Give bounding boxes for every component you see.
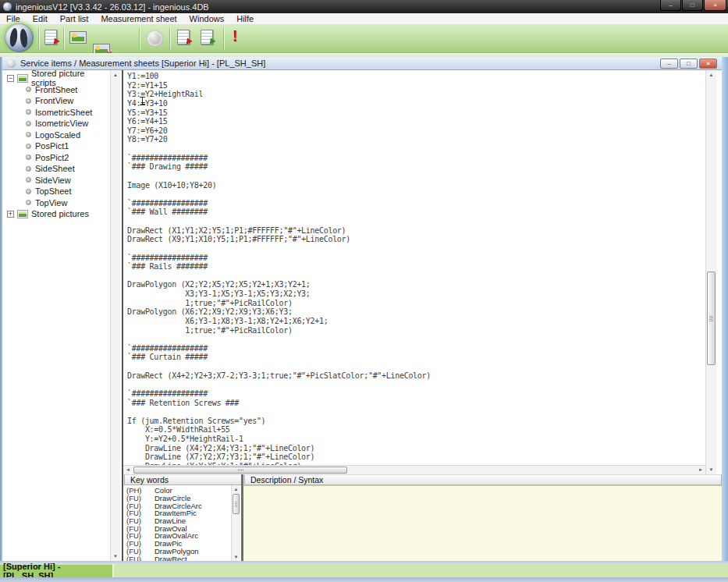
bullet-icon: [26, 87, 31, 92]
script-code[interactable]: Y1:=100 Y2:=Y1+15 Y3:=Y2+HeightRail Y4:=…: [123, 70, 705, 465]
tree-item-label: SideView: [35, 176, 71, 185]
report-import-icon[interactable]: [44, 30, 57, 44]
script-editor[interactable]: Y1:=100 Y2:=Y1+15 Y3:=Y2+HeightRail Y4:=…: [123, 70, 705, 465]
statusbar: [Superior Hi] - [PL_SH_SH]: [0, 564, 728, 577]
child-minimize-button[interactable]: –: [660, 59, 678, 69]
picture-icon[interactable]: [69, 31, 87, 44]
scroll-up-icon[interactable]: ▲: [111, 73, 120, 77]
tree-root-stored-pictures[interactable]: + Stored pictures: [2, 208, 110, 220]
minimize-button[interactable]: –: [660, 0, 681, 11]
status-text: [Superior Hi] - [PL_SH_SH]: [0, 564, 114, 577]
child-restore-button[interactable]: □: [680, 59, 698, 69]
sun-icon: [73, 34, 76, 37]
bullet-icon: [26, 189, 31, 194]
tree-item-label: SideSheet: [35, 164, 75, 173]
menu-file[interactable]: File: [0, 13, 27, 24]
scroll-right-icon[interactable]: ►: [696, 467, 705, 472]
error-icon[interactable]: !: [233, 27, 238, 45]
app-logo-button[interactable]: [5, 23, 34, 52]
tree-item-frontview[interactable]: FrontView: [2, 95, 110, 107]
editor-right-gutter: [716, 70, 722, 474]
keyword-name: DrawRect: [147, 555, 187, 561]
menu-windows[interactable]: Windows: [183, 13, 231, 24]
tree-item-label: TopSheet: [35, 186, 71, 196]
keywords-column-header[interactable]: Key words: [124, 474, 242, 485]
sheet-import-icon[interactable]: [177, 30, 190, 44]
green-arrow-icon: [207, 37, 215, 46]
expand-expander-icon[interactable]: +: [7, 211, 14, 218]
tree-item-pospict1[interactable]: PosPict1: [2, 140, 110, 152]
bullet-icon: [26, 177, 31, 183]
child-window-title: Service items / Measurement sheets [Supe…: [20, 59, 265, 68]
tree-root-label: Stored pictures: [31, 209, 89, 218]
scroll-up-icon[interactable]: ▲: [232, 487, 240, 492]
logo-blade: [9, 27, 18, 47]
editor-vertical-scrollbar[interactable]: ▲ ▼: [705, 70, 716, 474]
scrollbar-thumb[interactable]: [133, 467, 347, 474]
keyword-row[interactable]: (FU) DrawRect: [123, 555, 231, 561]
toolbar-separator: [39, 27, 40, 49]
tree-item-label: IsometricView: [35, 119, 88, 128]
keywords-scrollbar[interactable]: ▲ ▼: [231, 485, 240, 561]
bullet-icon: [26, 144, 31, 149]
picture-folder-icon: [17, 210, 28, 218]
scroll-up-icon[interactable]: ▲: [706, 73, 716, 77]
sphere-disabled-icon[interactable]: [147, 30, 163, 47]
menu-part-list[interactable]: Part list: [54, 13, 95, 24]
keywords-list[interactable]: (PH) Color (FU) DrawCircle (FU) DrawCirc…: [123, 485, 231, 561]
menu-edit[interactable]: Edit: [27, 13, 54, 24]
child-window-titlebar: Service items / Measurement sheets [Supe…: [2, 57, 722, 70]
window-frame-bottom: [0, 577, 728, 582]
tree-item-label: PosPict1: [35, 141, 69, 151]
scroll-down-icon[interactable]: ▼: [232, 555, 240, 559]
tree-item-topsheet[interactable]: TopSheet: [2, 186, 110, 197]
tree-item-pospict2[interactable]: PosPict2: [2, 152, 110, 164]
thumb-grip: [235, 502, 237, 507]
thumb-grip: [709, 316, 713, 321]
tree-item-logoscaled[interactable]: LogoScaled: [2, 130, 110, 141]
collapse-expander-icon[interactable]: −: [7, 75, 14, 82]
restore-button[interactable]: □: [682, 0, 703, 11]
tree-item-label: IsometricSheet: [35, 108, 92, 117]
tree-item-topview[interactable]: TopView: [2, 197, 110, 209]
bullet-icon: [26, 200, 31, 205]
tree-root-stored-picture-scripts[interactable]: − Stored picture scripts: [2, 73, 110, 84]
tree-item-isometricview[interactable]: IsometricView: [2, 118, 110, 130]
menu-hilfe[interactable]: Hilfe: [230, 13, 260, 24]
scrollbar-thumb[interactable]: [233, 494, 240, 514]
tree-item-label: TopView: [35, 198, 67, 208]
child-close-button[interactable]: ×: [699, 59, 717, 69]
bullet-icon: [26, 121, 31, 126]
toolbar-separator: [140, 27, 140, 49]
red-arrow-icon: [183, 37, 192, 46]
bullet-icon: [26, 166, 31, 172]
scrollbar-thumb[interactable]: [707, 271, 716, 365]
tree-item-sideview[interactable]: SideView: [2, 175, 110, 186]
tree-scrollbar[interactable]: ▲ ▼: [110, 70, 120, 561]
editor-horizontal-scrollbar[interactable]: ◄ ►: [123, 465, 705, 474]
description-syntax-panel: [243, 485, 722, 561]
sun-icon: [96, 46, 100, 50]
bullet-icon: [26, 154, 31, 160]
tree-item-isometricsheet[interactable]: IsometricSheet: [2, 107, 110, 119]
logo-blade: [20, 29, 28, 48]
bullet-icon: [26, 98, 31, 104]
scroll-down-icon[interactable]: ▼: [706, 467, 716, 472]
scroll-down-icon[interactable]: ▼: [111, 554, 120, 559]
window-frame-right: [722, 57, 728, 577]
bottom-panel-headers: Key words Description / Syntax: [123, 474, 722, 485]
red-arrow-icon: [51, 37, 59, 46]
text-cursor-ibeam: [140, 97, 145, 105]
tree-item-sidesheet[interactable]: SideSheet: [2, 163, 110, 175]
window-title: ingeniousV12 [V3.3.42 - 26.03.12] - inge…: [16, 2, 209, 12]
script-tree-panel: − Stored picture scripts FrontSheet Fron…: [2, 70, 110, 561]
close-button[interactable]: ×: [704, 0, 726, 11]
sheet-export-icon[interactable]: [201, 30, 213, 44]
keyword-tag: (FU): [123, 555, 147, 561]
menu-measurement-sheet[interactable]: Measurement sheet: [94, 13, 183, 24]
description-column-header[interactable]: Description / Syntax: [244, 474, 722, 485]
picture-script-folder-icon: [17, 74, 28, 83]
tree-item-label: FrontView: [35, 96, 73, 105]
main-titlebar: ingeniousV12 [V3.3.42 - 26.03.12] - inge…: [0, 0, 728, 13]
scroll-left-icon[interactable]: ◄: [123, 467, 133, 472]
